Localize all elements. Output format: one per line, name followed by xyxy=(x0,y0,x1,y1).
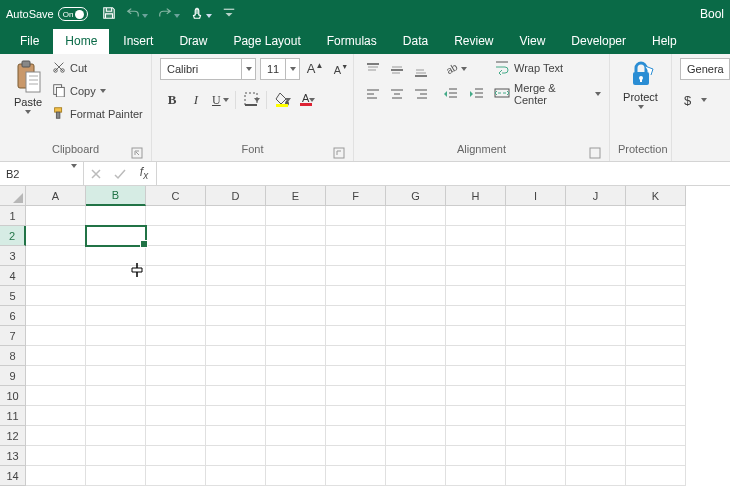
cell[interactable] xyxy=(446,466,506,486)
column-header[interactable]: F xyxy=(326,186,386,206)
cell[interactable] xyxy=(26,446,86,466)
protect-button[interactable]: Protect xyxy=(618,58,663,109)
cell[interactable] xyxy=(626,286,686,306)
cell[interactable] xyxy=(506,406,566,426)
cell[interactable] xyxy=(446,386,506,406)
cell[interactable] xyxy=(566,426,626,446)
cell[interactable] xyxy=(86,246,146,266)
cell[interactable] xyxy=(506,266,566,286)
cell[interactable] xyxy=(506,326,566,346)
column-header[interactable]: B xyxy=(86,186,146,206)
redo-icon[interactable] xyxy=(158,6,180,23)
cell[interactable] xyxy=(566,386,626,406)
cell[interactable] xyxy=(626,246,686,266)
cell[interactable] xyxy=(146,426,206,446)
cell[interactable] xyxy=(386,286,446,306)
cell[interactable] xyxy=(506,366,566,386)
cell[interactable] xyxy=(386,446,446,466)
cell[interactable] xyxy=(86,206,146,226)
cell[interactable] xyxy=(506,286,566,306)
cell[interactable] xyxy=(146,466,206,486)
cell[interactable] xyxy=(206,366,266,386)
tab-page-layout[interactable]: Page Layout xyxy=(221,29,312,54)
name-box[interactable]: B2 xyxy=(0,162,84,185)
cell[interactable] xyxy=(386,326,446,346)
cell[interactable] xyxy=(566,226,626,246)
cell[interactable] xyxy=(566,326,626,346)
cell[interactable] xyxy=(626,366,686,386)
cell[interactable] xyxy=(26,226,86,246)
cell[interactable] xyxy=(506,426,566,446)
row-header[interactable]: 5 xyxy=(0,286,26,306)
cell[interactable] xyxy=(86,326,146,346)
row-header[interactable]: 13 xyxy=(0,446,26,466)
cell[interactable] xyxy=(266,246,326,266)
increase-indent-icon[interactable] xyxy=(466,83,488,105)
copy-button[interactable]: Copy xyxy=(52,81,143,101)
cell[interactable] xyxy=(26,366,86,386)
cell[interactable] xyxy=(446,246,506,266)
cell[interactable] xyxy=(26,206,86,226)
cell[interactable] xyxy=(566,266,626,286)
align-left-icon[interactable] xyxy=(362,83,384,105)
cell[interactable] xyxy=(326,226,386,246)
cell[interactable] xyxy=(146,346,206,366)
align-center-icon[interactable] xyxy=(386,83,408,105)
cell[interactable] xyxy=(626,426,686,446)
cell[interactable] xyxy=(446,266,506,286)
cell[interactable] xyxy=(326,326,386,346)
cell[interactable] xyxy=(566,346,626,366)
increase-font-icon[interactable]: A▲ xyxy=(304,58,326,80)
column-header[interactable]: K xyxy=(626,186,686,206)
font-size-combo[interactable]: 11 xyxy=(260,58,300,80)
enter-icon[interactable] xyxy=(108,163,132,185)
cell[interactable] xyxy=(626,306,686,326)
decrease-font-icon[interactable]: A▼ xyxy=(330,58,352,80)
cell[interactable] xyxy=(626,466,686,486)
row-header[interactable]: 4 xyxy=(0,266,26,286)
tab-file[interactable]: File xyxy=(8,29,51,54)
format-painter-button[interactable]: Format Painter xyxy=(52,104,143,124)
tab-home[interactable]: Home xyxy=(53,29,109,54)
cell[interactable] xyxy=(146,306,206,326)
cell[interactable] xyxy=(266,346,326,366)
column-header[interactable]: H xyxy=(446,186,506,206)
column-header[interactable]: E xyxy=(266,186,326,206)
cell[interactable] xyxy=(86,406,146,426)
tab-draw[interactable]: Draw xyxy=(167,29,219,54)
cell[interactable] xyxy=(26,286,86,306)
cell[interactable] xyxy=(206,466,266,486)
cell[interactable] xyxy=(626,386,686,406)
cell[interactable] xyxy=(626,346,686,366)
cell[interactable] xyxy=(206,206,266,226)
undo-icon[interactable] xyxy=(126,6,148,23)
cell[interactable] xyxy=(146,386,206,406)
cell[interactable] xyxy=(266,306,326,326)
number-format-combo[interactable]: Genera xyxy=(680,58,730,80)
cell[interactable] xyxy=(626,326,686,346)
cell[interactable] xyxy=(86,466,146,486)
cell[interactable] xyxy=(626,266,686,286)
cell[interactable] xyxy=(266,206,326,226)
orientation-button[interactable]: ab xyxy=(440,58,470,80)
cell[interactable] xyxy=(506,206,566,226)
column-header[interactable]: J xyxy=(566,186,626,206)
accounting-format-button[interactable]: $ xyxy=(680,89,710,111)
cell[interactable] xyxy=(326,286,386,306)
cell[interactable] xyxy=(206,386,266,406)
cell[interactable] xyxy=(146,226,206,246)
cell[interactable] xyxy=(386,366,446,386)
cell[interactable] xyxy=(446,226,506,246)
cell[interactable] xyxy=(206,346,266,366)
font-name-combo[interactable]: Calibri xyxy=(160,58,256,80)
cell[interactable] xyxy=(386,426,446,446)
cell[interactable] xyxy=(566,366,626,386)
cell[interactable] xyxy=(146,266,206,286)
cell[interactable] xyxy=(326,466,386,486)
cell[interactable] xyxy=(26,426,86,446)
insert-function-icon[interactable]: fx xyxy=(132,163,156,185)
select-all-corner[interactable] xyxy=(0,186,26,206)
cell[interactable] xyxy=(506,306,566,326)
row-header[interactable]: 11 xyxy=(0,406,26,426)
cell[interactable] xyxy=(146,206,206,226)
